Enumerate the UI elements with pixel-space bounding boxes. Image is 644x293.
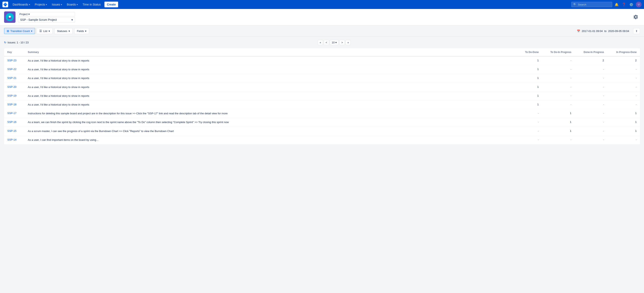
project-settings-icon[interactable] — [632, 13, 640, 21]
cell-inprog-done: 1 — [607, 118, 640, 127]
nav-projects[interactable]: Projects ▾ — [33, 2, 49, 7]
page-first-button[interactable]: « — [318, 40, 323, 45]
grid-icon: ⊞ — [7, 29, 9, 33]
cell-done-inprog: - — [575, 83, 607, 91]
cell-todo-done: 1 — [509, 74, 542, 83]
navbar: Dashboards ▾ Projects ▾ Issues ▾ Boards … — [0, 0, 644, 9]
cell-summary: As a user, I'd like a historical story t… — [24, 56, 509, 65]
cell-todo-done: 1 — [509, 83, 542, 91]
cell-summary: As a user, I'd like a historical story t… — [24, 74, 509, 83]
chevron-down-icon: ▾ — [61, 3, 62, 6]
nav-time-in-status[interactable]: Time in Status — [80, 2, 103, 7]
issue-summary: As a user, I'd like a historical story t… — [28, 94, 89, 97]
cell-done-inprog: - — [575, 100, 607, 109]
pagination: « < 10 ▾ > » — [318, 40, 351, 45]
cell-key: SSP-15 — [4, 127, 24, 135]
cell-inprog-done: - — [607, 91, 640, 100]
chevron-down-icon: ▾ — [68, 29, 70, 33]
issue-key-link[interactable]: SSP-16 — [7, 120, 16, 123]
cell-key: SSP-19 — [4, 91, 24, 100]
notifications-icon[interactable]: 🔔 — [614, 2, 620, 7]
cell-todo-inprog: 1 — [542, 118, 575, 127]
cell-key: SSP-14 — [4, 135, 24, 144]
cell-summary: As a scrum master, I can see the progres… — [24, 127, 509, 135]
table-row: SSP-16 As a team, we can finish the spri… — [4, 118, 640, 127]
cell-summary: As a user, I'd like a historical story t… — [24, 83, 509, 91]
data-table: Key Summary To Do-Done To Do-In Progress… — [4, 48, 640, 144]
subheader: Project ▾ SSP - Sample Scrum Project ▾ — [0, 9, 644, 25]
cell-todo-inprog: - — [542, 74, 575, 83]
issue-summary: As a user, I'd like a historical story t… — [28, 59, 89, 62]
issue-key-link[interactable]: SSP-19 — [7, 94, 16, 97]
issue-key-link[interactable]: SSP-23 — [7, 59, 16, 62]
table-row: SSP-21 As a user, I'd like a historical … — [4, 74, 640, 83]
cell-todo-inprog: - — [542, 100, 575, 109]
settings-icon[interactable]: ⚙️ — [628, 2, 634, 7]
help-icon[interactable]: ❓ — [621, 2, 627, 7]
chevron-down-icon: ▾ — [46, 3, 47, 6]
cell-key: SSP-23 — [4, 56, 24, 65]
avatar[interactable]: U — [636, 2, 642, 7]
export-button[interactable]: ⬆ — [633, 28, 640, 34]
issue-key-link[interactable]: SSP-15 — [7, 129, 16, 132]
cell-todo-done: - — [509, 109, 542, 118]
issue-summary: As a user, I'd like a historical story t… — [28, 103, 89, 106]
issue-key-link[interactable]: SSP-20 — [7, 85, 16, 88]
cell-done-inprog: - — [575, 74, 607, 83]
issue-key-link[interactable]: SSP-18 — [7, 103, 16, 106]
chevron-down-icon: ▾ — [29, 3, 30, 6]
cell-todo-done: - — [509, 127, 542, 135]
jira-logo[interactable] — [2, 2, 8, 7]
issue-summary: As a user, I'd like a historical story t… — [28, 77, 89, 80]
create-button[interactable]: Create — [104, 2, 118, 7]
cell-todo-inprog: 1 — [542, 109, 575, 118]
cell-todo-inprog: - — [542, 135, 575, 144]
navbar-right: 🔍 🔔 ❓ ⚙️ U — [572, 2, 642, 7]
issue-key-link[interactable]: SSP-17 — [7, 112, 16, 115]
fields-button[interactable]: Fields ▾ — [74, 28, 89, 34]
page-next-button[interactable]: > — [340, 40, 345, 45]
project-type-button[interactable]: Project ▾ — [18, 12, 75, 16]
cell-inprog-done: - — [607, 100, 640, 109]
cell-summary: As a user, I'd like a historical story t… — [24, 91, 509, 100]
content: ↻ Issues: 1 - 10 / 23 « < 10 ▾ > » Key S… — [0, 37, 644, 293]
page-prev-button[interactable]: < — [324, 40, 329, 45]
chevron-down-icon: ▾ — [335, 41, 337, 44]
col-header-todo-done: To Do-Done — [509, 48, 542, 56]
calendar-icon: 📅 — [577, 29, 580, 33]
statuses-button[interactable]: Statuses ▾ — [54, 28, 72, 34]
table-row: SSP-19 As a user, I'd like a historical … — [4, 91, 640, 100]
toolbar: ⊞ Transition Count ▾ ☰ List ▾ Statuses ▾… — [0, 25, 644, 37]
table-row: SSP-18 As a user, I'd like a historical … — [4, 100, 640, 109]
search-input[interactable] — [578, 3, 606, 6]
nav-issues[interactable]: Issues ▾ — [50, 2, 64, 7]
issue-key-link[interactable]: SSP-22 — [7, 68, 16, 71]
cell-summary: As a team, we can finish the sprint by c… — [24, 118, 509, 127]
issue-summary: As a scrum master, I can see the progres… — [28, 130, 174, 133]
issue-summary: Instructions for deleting this sample bo… — [28, 112, 228, 115]
issues-bar: ↻ Issues: 1 - 10 / 23 « < 10 ▾ > » — [4, 40, 640, 45]
page-last-button[interactable]: » — [346, 40, 351, 45]
col-header-todo-inprog: To Do-In Progress — [542, 48, 575, 56]
cell-todo-inprog: 1 — [542, 127, 575, 135]
cell-todo-inprog: - — [542, 56, 575, 65]
col-header-key: Key — [4, 48, 24, 56]
list-icon: ☰ — [39, 29, 42, 33]
cell-done-inprog: - — [575, 127, 607, 135]
issue-key-link[interactable]: SSP-21 — [7, 76, 16, 79]
search-box[interactable]: 🔍 — [572, 2, 612, 7]
cell-done-inprog: - — [575, 135, 607, 144]
nav-boards[interactable]: Boards ▾ — [65, 2, 80, 7]
project-dropdown[interactable]: SSP - Sample Scrum Project ▾ — [18, 17, 75, 22]
nav-dashboards[interactable]: Dashboards ▾ — [10, 2, 32, 7]
list-view-button[interactable]: ☰ List ▾ — [37, 28, 53, 34]
cell-key: SSP-18 — [4, 100, 24, 109]
cell-todo-done: - — [509, 135, 542, 144]
page-size-select[interactable]: 10 ▾ — [330, 40, 339, 45]
cell-inprog-done: - — [607, 74, 640, 83]
refresh-icon[interactable]: ↻ — [4, 41, 6, 44]
table-row: SSP-17 Instructions for deleting this sa… — [4, 109, 640, 118]
svg-point-3 — [9, 16, 11, 18]
transition-count-button[interactable]: ⊞ Transition Count ▾ — [4, 28, 35, 34]
issue-key-link[interactable]: SSP-14 — [7, 138, 16, 141]
